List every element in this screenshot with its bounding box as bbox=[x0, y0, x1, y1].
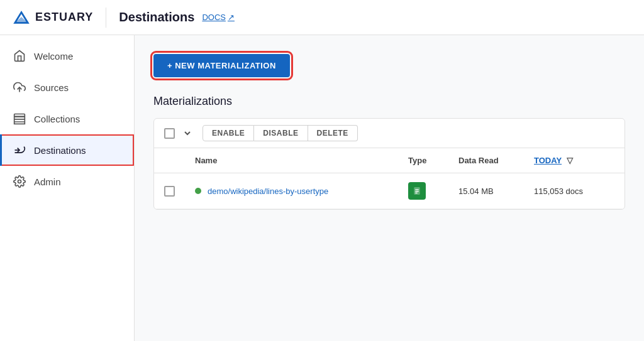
sidebar-item-destinations[interactable]: Destinations bbox=[0, 134, 134, 166]
row-name-link[interactable]: demo/wikipedia/lines-by-usertype bbox=[208, 187, 328, 196]
disable-button[interactable]: DISABLE bbox=[254, 125, 308, 141]
docs-label: DOCS bbox=[202, 13, 226, 22]
status-dot bbox=[195, 188, 201, 194]
table-row: demo/wikipedia/lines-by-usertype bbox=[154, 173, 625, 209]
row-today-cell: 115,053 docs bbox=[524, 173, 625, 209]
section-title: Materializations bbox=[153, 95, 625, 108]
main-layout: Welcome Sources Collections bbox=[0, 35, 644, 341]
row-data-read-cell: 15.04 MB bbox=[448, 173, 524, 209]
destinations-icon bbox=[13, 143, 26, 157]
sidebar-item-label-sources: Sources bbox=[34, 82, 69, 93]
col-header-data-read: Data Read bbox=[448, 148, 524, 173]
dropdown-chevron-button[interactable] bbox=[180, 126, 195, 141]
filter-icon[interactable]: ▽ bbox=[567, 156, 573, 165]
svg-rect-4 bbox=[14, 117, 25, 124]
col-header-name: Name bbox=[185, 148, 398, 173]
col-header-checkbox bbox=[154, 148, 185, 173]
sidebar-item-label-welcome: Welcome bbox=[34, 51, 73, 62]
home-icon bbox=[13, 49, 26, 63]
header: ESTUARY Destinations DOCS ↗ bbox=[0, 0, 644, 35]
select-all-checkbox-wrapper[interactable] bbox=[164, 128, 175, 139]
svg-point-6 bbox=[18, 180, 21, 183]
database-icon bbox=[13, 112, 26, 126]
external-link-icon: ↗ bbox=[228, 13, 235, 22]
col-header-type: Type bbox=[398, 148, 448, 173]
table-header-row: Name Type Data Read TODAY ▽ bbox=[154, 148, 625, 173]
sidebar-item-label-admin: Admin bbox=[34, 176, 61, 187]
select-all-checkbox[interactable] bbox=[164, 128, 175, 139]
content-area: + NEW MATERIALIZATION Materializations E… bbox=[135, 35, 644, 341]
sidebar-item-sources[interactable]: Sources bbox=[0, 72, 134, 103]
sidebar-item-welcome[interactable]: Welcome bbox=[0, 40, 134, 72]
row-checkbox-cell bbox=[154, 173, 185, 209]
new-materialization-button[interactable]: + NEW MATERIALIZATION bbox=[153, 54, 290, 77]
docs-link[interactable]: DOCS ↗ bbox=[202, 13, 235, 22]
delete-button[interactable]: DELETE bbox=[308, 125, 358, 141]
sidebar-item-admin[interactable]: Admin bbox=[0, 166, 134, 197]
table-toolbar: ENABLE DISABLE DELETE bbox=[154, 119, 625, 148]
sidebar-item-label-destinations: Destinations bbox=[34, 145, 86, 156]
settings-icon bbox=[13, 175, 26, 188]
sidebar-item-label-collections: Collections bbox=[34, 114, 80, 124]
row-type-cell bbox=[398, 173, 448, 209]
logo: ESTUARY bbox=[13, 9, 93, 26]
enable-button[interactable]: ENABLE bbox=[203, 125, 254, 141]
col-header-today: TODAY ▽ bbox=[524, 148, 625, 173]
page-title: Destinations bbox=[119, 10, 194, 24]
logo-icon bbox=[13, 9, 30, 26]
materializations-table: Name Type Data Read TODAY ▽ bbox=[154, 148, 625, 209]
header-divider bbox=[106, 8, 106, 28]
google-sheets-icon bbox=[408, 182, 426, 200]
logo-text: ESTUARY bbox=[35, 11, 93, 24]
sidebar-item-collections[interactable]: Collections bbox=[0, 103, 134, 134]
today-filter-link[interactable]: TODAY bbox=[534, 156, 562, 165]
upload-icon bbox=[13, 80, 26, 94]
row-name-cell: demo/wikipedia/lines-by-usertype bbox=[185, 173, 398, 209]
row-checkbox[interactable] bbox=[164, 186, 175, 197]
sidebar: Welcome Sources Collections bbox=[0, 35, 135, 341]
materializations-table-card: ENABLE DISABLE DELETE Name Type bbox=[153, 118, 625, 210]
